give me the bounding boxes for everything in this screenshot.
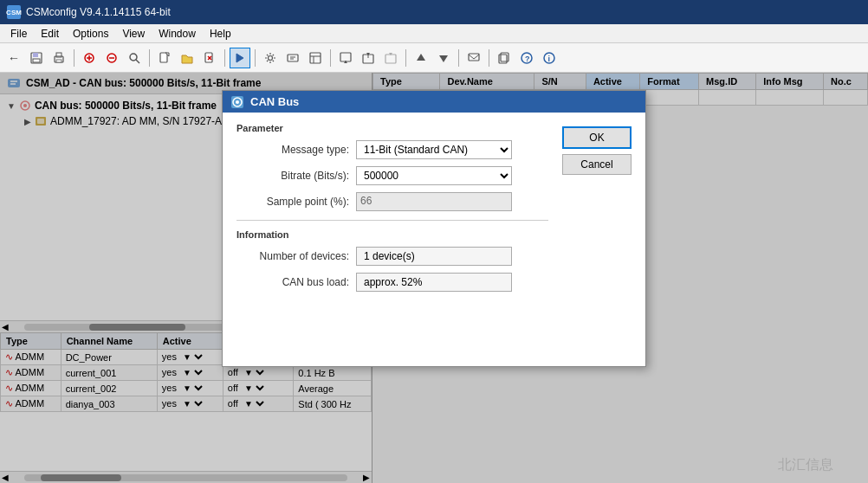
toolbar-separator-1	[74, 49, 74, 67]
help-button[interactable]: ?	[516, 48, 537, 68]
new-doc-button[interactable]	[154, 48, 175, 68]
config-button-2[interactable]	[282, 48, 303, 68]
info-section-title: Information	[236, 229, 548, 240]
tool-btn-2[interactable]	[101, 48, 122, 68]
export-button-1[interactable]	[358, 48, 379, 68]
table-button[interactable]	[305, 48, 326, 68]
num-devices-text: 1 device(s)	[364, 250, 415, 262]
toolbar-separator-2	[149, 49, 150, 67]
bitrate-row: Bitrate (Bits/s): 125000 250000 500000 1…	[236, 166, 548, 185]
menu-help[interactable]: Help	[203, 26, 238, 42]
svg-rect-32	[469, 54, 479, 61]
zoom-button[interactable]	[124, 48, 145, 68]
svg-rect-29	[385, 55, 396, 63]
back-button[interactable]: ←	[3, 48, 24, 68]
svg-rect-2	[33, 59, 40, 62]
svg-rect-5	[56, 60, 62, 62]
message-button[interactable]	[463, 48, 484, 68]
message-type-label: Message type:	[236, 144, 349, 156]
bus-load-row: CAN bus load: approx. 52%	[236, 273, 548, 292]
toolbar: ←	[0, 43, 868, 73]
sample-point-control: 66	[356, 192, 512, 211]
svg-marker-31	[439, 55, 448, 62]
parameter-section-title: Parameter	[236, 123, 548, 133]
menu-options[interactable]: Options	[66, 26, 115, 42]
open-button[interactable]	[177, 48, 198, 68]
can-bus-dialog: CAN Bus Parameter Message type: 11-Bit (…	[222, 90, 646, 367]
svg-point-18	[269, 55, 273, 60]
svg-rect-1	[33, 53, 38, 57]
sample-point-row: Sample point (%): 66	[236, 192, 548, 211]
title-bar: CSM CSMconfig V9.4.1.14115 64-bit	[0, 0, 868, 24]
toolbar-separator-5	[330, 49, 331, 67]
tool-btn-1[interactable]	[79, 48, 100, 68]
cancel-button[interactable]: Cancel	[562, 154, 632, 175]
toolbar-separator-8	[489, 49, 489, 67]
print-button[interactable]	[49, 48, 69, 68]
sample-point-value: 66	[356, 192, 512, 211]
svg-text:?: ?	[525, 55, 530, 63]
modal-title-bar: CAN Bus	[223, 91, 645, 113]
bus-load-label: CAN bus load:	[236, 276, 349, 288]
bitrate-select[interactable]: 125000 250000 500000 1000000	[356, 166, 512, 185]
config-button-1[interactable]	[260, 48, 281, 68]
toolbar-separator-6	[405, 49, 406, 67]
sample-point-label: Sample point (%):	[236, 196, 349, 208]
svg-point-11	[130, 54, 137, 61]
ok-button[interactable]: OK	[562, 126, 632, 149]
modal-form: Parameter Message type: 11-Bit (Standard…	[236, 123, 548, 299]
bitrate-control: 125000 250000 500000 1000000	[356, 166, 512, 185]
bus-load-value: approx. 52%	[356, 273, 512, 292]
menu-bar: File Edit Options View Window Help	[0, 24, 868, 43]
menu-view[interactable]: View	[115, 26, 152, 42]
svg-rect-19	[288, 55, 298, 61]
window-title: CSMconfig V9.4.1.14115 64-bit	[26, 6, 171, 18]
num-devices-label: Number of devices:	[236, 250, 349, 262]
bus-load-text: approx. 52%	[364, 276, 422, 288]
bitrate-label: Bitrate (Bits/s):	[236, 170, 349, 182]
copy-full-button[interactable]	[494, 48, 515, 68]
modal-buttons: OK Cancel	[548, 123, 632, 299]
main-area: CSM_AD - CAN bus: 500000 Bits/s, 11-Bit …	[0, 73, 868, 483]
message-type-select[interactable]: 11-Bit (Standard CAN) 29-Bit (Extended C…	[356, 140, 512, 159]
app-icon: CSM	[7, 5, 21, 19]
message-type-control: 11-Bit (Standard CAN) 29-Bit (Extended C…	[356, 140, 512, 159]
toolbar-separator-7	[458, 49, 459, 67]
up-button[interactable]	[411, 48, 431, 68]
message-type-row: Message type: 11-Bit (Standard CAN) 29-B…	[236, 140, 548, 159]
info-button[interactable]: i	[539, 48, 560, 68]
close-doc-button[interactable]	[199, 48, 220, 68]
modal-overlay: CAN Bus Parameter Message type: 11-Bit (…	[0, 73, 868, 483]
active-mode-button[interactable]	[230, 48, 250, 68]
svg-rect-13	[160, 53, 167, 62]
down-button[interactable]	[433, 48, 454, 68]
toolbar-separator-4	[255, 49, 256, 67]
svg-text:i: i	[548, 55, 551, 63]
modal-spacer	[223, 299, 645, 316]
save-button[interactable]	[26, 48, 47, 68]
svg-line-12	[136, 60, 139, 63]
menu-file[interactable]: File	[3, 26, 34, 42]
svg-marker-30	[417, 54, 425, 61]
svg-marker-17	[236, 54, 243, 62]
menu-edit[interactable]: Edit	[34, 26, 66, 42]
menu-window[interactable]: Window	[152, 26, 203, 42]
svg-rect-22	[310, 53, 321, 63]
divider	[236, 220, 548, 221]
num-devices-row: Number of devices: 1 device(s)	[236, 247, 548, 266]
export-button-2[interactable]	[380, 48, 401, 68]
num-devices-value: 1 device(s)	[356, 247, 512, 266]
svg-point-47	[236, 100, 239, 104]
svg-rect-25	[340, 53, 351, 61]
modal-icon	[231, 96, 243, 108]
import-button[interactable]	[335, 48, 356, 68]
toolbar-separator-3	[224, 49, 225, 67]
modal-title-text: CAN Bus	[250, 95, 299, 108]
